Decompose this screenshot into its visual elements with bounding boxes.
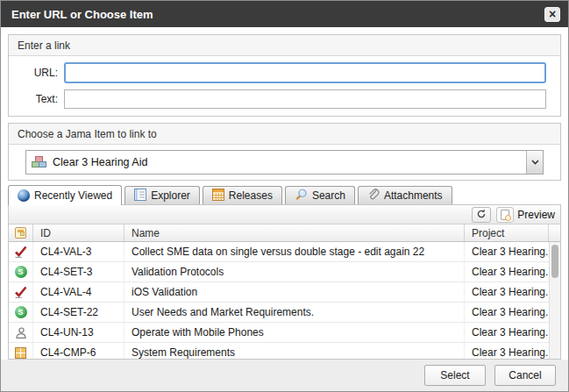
table-row[interactable]: CL4-SET-3 Validation Protocols Clear 3 H…: [9, 262, 549, 282]
header-scrollbar-stub: [549, 225, 560, 241]
choose-item-fieldset: Choose a Jama Item to link to Clear 3 He…: [8, 123, 561, 181]
enter-link-fieldset: Enter a link URL: Text:: [8, 34, 561, 117]
row-name: User Needs and Market Requirements.: [124, 303, 465, 322]
row-name: Operate with Mobile Phones: [124, 323, 465, 342]
select-button[interactable]: Select: [424, 365, 486, 386]
project-dropdown-value: Clear 3 Hearing Aid: [53, 156, 526, 168]
preview-label: Preview: [517, 209, 555, 221]
row-id: CL4-VAL-3: [33, 242, 124, 261]
row-id: CL4-SET-22: [33, 303, 124, 322]
tab-label: Releases: [229, 189, 273, 202]
dialog-footer: Select Cancel: [1, 360, 568, 391]
grid-toolbar: Preview: [9, 205, 560, 225]
link-dialog: Enter URL or Choose Item × Enter a link …: [0, 0, 569, 392]
tab-label: Recently Viewed: [34, 189, 112, 202]
refresh-icon: [476, 207, 487, 223]
row-name: System Requirements: [124, 343, 465, 359]
row-name: iOS Validation: [124, 282, 465, 302]
set-icon: [9, 303, 33, 322]
row-project: Clear 3 Hearing...: [465, 242, 549, 261]
set-icon: [9, 262, 33, 282]
tab-releases[interactable]: Releases: [203, 186, 282, 204]
row-id: CL4-CMP-6: [33, 343, 124, 359]
choose-item-legend: Choose a Jama Item to link to: [9, 124, 560, 145]
row-project: Clear 3 Hearing...: [465, 282, 549, 302]
recently-viewed-icon: [18, 189, 30, 202]
refresh-button[interactable]: [472, 207, 491, 223]
text-input[interactable]: [64, 89, 546, 109]
row-project: Clear 3 Hearing...: [465, 303, 549, 322]
close-icon[interactable]: ×: [544, 7, 560, 22]
enter-link-form: URL: Text:: [9, 56, 560, 116]
url-input[interactable]: [64, 62, 546, 83]
grid-header: ID Name Project: [9, 225, 560, 242]
tab-attachments[interactable]: Attachments: [358, 186, 452, 204]
tab-strip: Recently Viewed Explorer Releases Search…: [8, 184, 561, 204]
preview-icon: [496, 207, 514, 223]
table-row[interactable]: CL4-UN-13 Operate with Mobile Phones Cle…: [9, 323, 549, 343]
tab-explorer[interactable]: Explorer: [124, 186, 200, 204]
id-column-header[interactable]: ID: [33, 225, 124, 241]
grid-body: CL4-VAL-3 Collect SME data on single ver…: [9, 242, 549, 359]
row-project: Clear 3 Hearing...: [465, 343, 549, 359]
row-project: Clear 3 Hearing...: [465, 323, 549, 342]
project-column-header[interactable]: Project: [465, 225, 549, 241]
row-id: CL4-VAL-4: [33, 282, 124, 302]
row-id: CL4-UN-13: [33, 323, 124, 342]
preview-button[interactable]: Preview: [496, 207, 555, 223]
releases-icon: [212, 189, 224, 203]
project-icon: [32, 156, 46, 168]
tab-label: Attachments: [384, 189, 443, 202]
url-label: URL:: [21, 67, 58, 79]
attachments-icon: [367, 189, 380, 203]
table-row[interactable]: CL4-SET-22 User Needs and Market Require…: [9, 303, 549, 323]
table-row[interactable]: CL4-VAL-4 iOS Validation Clear 3 Hearing…: [9, 282, 549, 303]
explorer-icon: [134, 189, 146, 203]
cancel-button[interactable]: Cancel: [494, 365, 556, 386]
user-need-icon: [9, 323, 33, 342]
project-dropdown[interactable]: Clear 3 Hearing Aid: [25, 150, 544, 175]
tab-label: Search: [312, 189, 345, 202]
enter-link-legend: Enter a link: [9, 35, 560, 56]
row-project: Clear 3 Hearing...: [465, 262, 549, 282]
dialog-titlebar: Enter URL or Choose Item ×: [1, 1, 568, 27]
items-grid: ID Name Project CL4-VAL-3 Collect SME da…: [9, 225, 560, 359]
scrollbar-thumb[interactable]: [551, 245, 558, 278]
test-case-icon: [9, 242, 33, 261]
tab-recently-viewed[interactable]: Recently Viewed: [8, 185, 122, 205]
dialog-title: Enter URL or Choose Item: [11, 8, 544, 21]
recently-viewed-panel: Preview ID Name Project CL4-VAL-3 Collec…: [8, 204, 561, 360]
row-name: Validation Protocols: [124, 262, 465, 282]
search-icon: [295, 188, 308, 203]
row-name: Collect SME data on single versus double…: [124, 242, 465, 261]
tab-label: Explorer: [151, 189, 190, 202]
item-type-column-header[interactable]: [9, 225, 33, 241]
item-type-icon: [15, 227, 26, 239]
name-column-header[interactable]: Name: [124, 225, 465, 241]
dialog-body: Enter a link URL: Text: Choose a Jama It…: [1, 27, 568, 360]
table-row[interactable]: CL4-CMP-6 System Requirements Clear 3 He…: [9, 343, 549, 359]
text-label: Text:: [21, 93, 58, 105]
vertical-scrollbar[interactable]: [549, 242, 560, 359]
component-icon: [9, 343, 33, 359]
table-row[interactable]: CL4-VAL-3 Collect SME data on single ver…: [9, 242, 549, 262]
test-case-icon: [9, 282, 33, 302]
chevron-down-icon[interactable]: [526, 151, 543, 174]
tab-search[interactable]: Search: [285, 186, 355, 204]
row-id: CL4-SET-3: [33, 262, 124, 282]
